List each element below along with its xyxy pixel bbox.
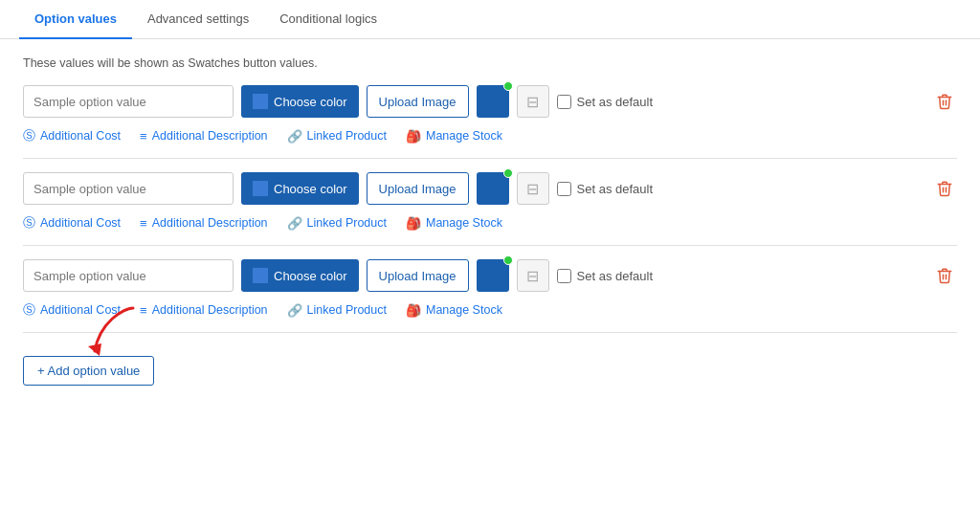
description-text: These values will be shown as Swatches b…: [23, 56, 957, 70]
additional-cost-link-3[interactable]: Ⓢ Additional Cost: [23, 301, 121, 319]
option-controls-1: Choose color Upload Image ⊟ Set as defau…: [23, 85, 957, 118]
main-container: Option values Advanced settings Conditio…: [0, 0, 980, 531]
default-checkbox-3[interactable]: [557, 269, 571, 283]
choose-color-label-1: Choose color: [274, 95, 347, 109]
doc-icon-2: ≡: [140, 216, 147, 231]
divider-1: [23, 158, 957, 159]
option-input-3[interactable]: [23, 259, 234, 292]
option-controls-2: Choose color Upload Image ⊟ Set as defau…: [23, 172, 957, 205]
linked-product-link-3[interactable]: 🔗 Linked Product: [287, 301, 387, 319]
default-checkbox-wrapper-2: Set as default: [557, 182, 654, 196]
image-placeholder-1: ⊟: [517, 85, 549, 118]
default-checkbox-wrapper-1: Set as default: [557, 95, 654, 109]
default-checkbox-1[interactable]: [557, 95, 571, 109]
manage-stock-link-2[interactable]: 🎒 Manage Stock: [406, 214, 502, 232]
dollar-icon-2: Ⓢ: [23, 214, 35, 232]
image-icon-3: ⊟: [526, 267, 539, 285]
tab-option-values[interactable]: Option values: [19, 0, 132, 39]
linked-product-label-3: Linked Product: [307, 303, 387, 317]
add-option-wrapper: + Add option value: [23, 356, 154, 386]
default-checkbox-2[interactable]: [557, 182, 571, 196]
content-area: These values will be shown as Swatches b…: [0, 39, 980, 403]
manage-stock-label-1: Manage Stock: [426, 129, 502, 143]
color-preview-wrapper-3: [477, 259, 509, 292]
set-as-default-label-3: Set as default: [577, 269, 654, 283]
bag-icon-3: 🎒: [406, 303, 421, 318]
set-as-default-label-2: Set as default: [577, 182, 654, 196]
option-row-1: Choose color Upload Image ⊟ Set as defau…: [23, 85, 957, 144]
manage-stock-label-3: Manage Stock: [426, 303, 502, 317]
additional-desc-link-2[interactable]: ≡ Additional Description: [140, 214, 268, 232]
image-icon-1: ⊟: [526, 93, 539, 111]
add-option-button[interactable]: + Add option value: [23, 356, 154, 386]
delete-button-3[interactable]: [932, 263, 957, 288]
trash-icon-3: [936, 267, 953, 284]
option-controls-3: Choose color Upload Image ⊟ Set as defau…: [23, 259, 957, 292]
bag-icon-1: 🎒: [406, 129, 421, 144]
additional-desc-link-3[interactable]: ≡ Additional Description: [140, 301, 268, 319]
color-preview-wrapper-2: [477, 172, 509, 205]
dollar-icon-3: Ⓢ: [23, 301, 35, 319]
additional-desc-label-1: Additional Description: [152, 129, 268, 143]
linked-product-label-1: Linked Product: [307, 129, 387, 143]
tabs-bar: Option values Advanced settings Conditio…: [0, 0, 980, 39]
color-preview-2: [477, 172, 509, 205]
option-row-2: Choose color Upload Image ⊟ Set as defau…: [23, 172, 957, 232]
set-as-default-label-1: Set as default: [577, 95, 654, 109]
default-checkbox-wrapper-3: Set as default: [557, 269, 654, 283]
tab-conditional-logics[interactable]: Conditional logics: [264, 0, 392, 39]
manage-stock-label-2: Manage Stock: [426, 216, 502, 230]
upload-image-button-2[interactable]: Upload Image: [367, 172, 469, 205]
choose-color-button-1[interactable]: Choose color: [241, 85, 359, 118]
color-preview-1: [477, 85, 509, 118]
delete-button-1[interactable]: [932, 89, 957, 114]
add-option-label: + Add option value: [37, 364, 140, 378]
dollar-icon-1: Ⓢ: [23, 127, 35, 144]
linked-product-link-1[interactable]: 🔗 Linked Product: [287, 127, 387, 144]
additional-cost-link-2[interactable]: Ⓢ Additional Cost: [23, 214, 121, 232]
trash-icon-1: [936, 93, 953, 110]
image-placeholder-2: ⊟: [517, 172, 549, 205]
green-dot-3: [503, 255, 513, 265]
option-input-1[interactable]: [23, 85, 234, 118]
manage-stock-link-3[interactable]: 🎒 Manage Stock: [406, 301, 502, 319]
additional-cost-link-1[interactable]: Ⓢ Additional Cost: [23, 127, 121, 144]
link-icon-2: 🔗: [287, 216, 302, 231]
linked-product-label-2: Linked Product: [307, 216, 387, 230]
upload-image-button-1[interactable]: Upload Image: [367, 85, 469, 118]
sub-links-3: Ⓢ Additional Cost ≡ Additional Descripti…: [23, 301, 957, 319]
additional-cost-label-1: Additional Cost: [40, 129, 121, 143]
divider-3: [23, 332, 957, 333]
color-square-2: [253, 181, 268, 196]
additional-cost-label-3: Additional Cost: [40, 303, 121, 317]
sub-links-2: Ⓢ Additional Cost ≡ Additional Descripti…: [23, 214, 957, 232]
linked-product-link-2[interactable]: 🔗 Linked Product: [287, 214, 387, 232]
additional-desc-label-3: Additional Description: [152, 303, 268, 317]
image-icon-2: ⊟: [526, 180, 539, 198]
additional-cost-label-2: Additional Cost: [40, 216, 121, 230]
color-preview-3: [477, 259, 509, 292]
divider-2: [23, 245, 957, 246]
manage-stock-link-1[interactable]: 🎒 Manage Stock: [406, 127, 502, 144]
choose-color-label-2: Choose color: [274, 182, 347, 196]
upload-image-button-3[interactable]: Upload Image: [367, 259, 469, 292]
link-icon-1: 🔗: [287, 129, 302, 144]
upload-image-label-1: Upload Image: [379, 95, 457, 109]
choose-color-button-3[interactable]: Choose color: [241, 259, 359, 292]
option-row-3: Choose color Upload Image ⊟ Set as defau…: [23, 259, 957, 319]
doc-icon-1: ≡: [140, 129, 147, 144]
green-dot-2: [503, 168, 513, 178]
tab-advanced-settings[interactable]: Advanced settings: [132, 0, 264, 39]
additional-desc-link-1[interactable]: ≡ Additional Description: [140, 127, 268, 144]
option-input-2[interactable]: [23, 172, 234, 205]
choose-color-button-2[interactable]: Choose color: [241, 172, 359, 205]
doc-icon-3: ≡: [140, 303, 147, 318]
delete-button-2[interactable]: [932, 176, 957, 201]
image-placeholder-3: ⊟: [517, 259, 549, 292]
green-dot-1: [503, 81, 513, 91]
upload-image-label-2: Upload Image: [379, 182, 457, 196]
additional-desc-label-2: Additional Description: [152, 216, 268, 230]
color-square-1: [253, 94, 268, 109]
svg-marker-0: [88, 343, 101, 356]
trash-icon-2: [936, 180, 953, 197]
